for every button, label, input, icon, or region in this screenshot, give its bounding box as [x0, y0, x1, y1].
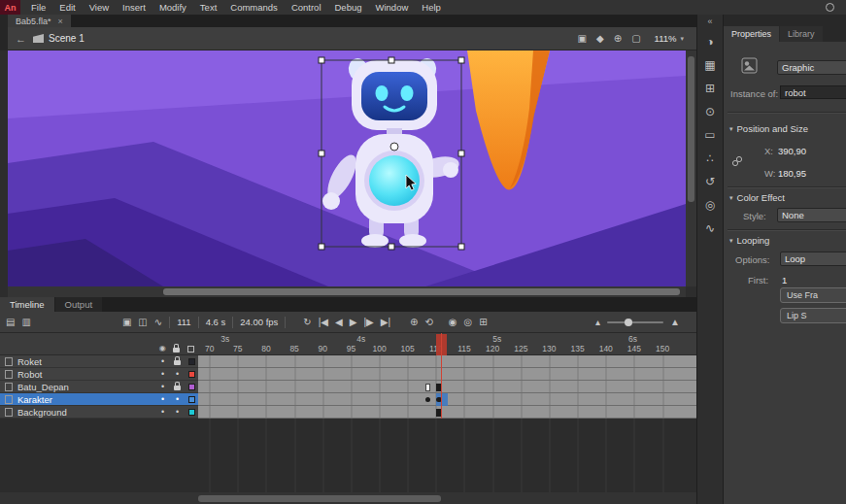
layer-frames-strip[interactable] [198, 381, 696, 393]
layer-row-batu_depan[interactable]: Batu_Depan• [0, 381, 696, 393]
layer-name-cell[interactable]: Robot [0, 368, 155, 381]
menu-item-text[interactable]: Text [193, 0, 223, 15]
layer-lock-toggle[interactable] [170, 355, 185, 368]
menu-item-control[interactable]: Control [285, 0, 328, 15]
menu-item-insert[interactable]: Insert [116, 0, 152, 15]
add-camera-icon[interactable]: ▣ [122, 318, 131, 327]
selection-handle[interactable] [458, 57, 464, 63]
center-frame-icon[interactable]: ⊕ [410, 318, 418, 327]
transform-point[interactable] [390, 143, 398, 151]
menu-item-view[interactable]: View [83, 0, 116, 15]
stage-canvas[interactable] [8, 50, 686, 286]
show-layer-depth-icon[interactable]: ◫ [138, 318, 147, 327]
app-logo[interactable]: An [0, 0, 20, 15]
menu-item-commands[interactable]: Commands [223, 0, 285, 15]
stage-horizontal-scrollbar[interactable] [8, 286, 686, 297]
style-dropdown[interactable]: None ▾ [777, 208, 846, 222]
layer-name-cell[interactable]: Roket [0, 355, 155, 368]
selection-handle[interactable] [389, 57, 394, 63]
elapsed-time-display[interactable]: 4.6 s [206, 317, 226, 327]
w-value[interactable]: 180,95 [778, 168, 806, 179]
use-frame-picker-button[interactable]: Use Fra [780, 287, 846, 303]
align-icon[interactable]: ⊞ [697, 77, 723, 100]
edit-symbols-icon[interactable]: ◆ [596, 33, 604, 44]
motion-editor-icon[interactable]: ∿ [697, 217, 723, 240]
tab-library[interactable]: Library [780, 26, 823, 42]
tab-properties[interactable]: Properties [724, 26, 779, 42]
back-arrow-icon[interactable]: ← [16, 33, 26, 45]
search-icon[interactable] [826, 3, 834, 12]
layer-row-background[interactable]: Background•• [0, 406, 696, 419]
transform-icon[interactable]: ▭ [697, 123, 723, 147]
first-value[interactable]: 1 [782, 275, 787, 286]
layer-outline-toggle[interactable] [185, 393, 198, 406]
swatches-icon[interactable]: ▦ [697, 53, 723, 77]
layer-row-karakter[interactable]: Karakter•• [0, 393, 696, 406]
timeline-options-icon[interactable]: ▤ [6, 318, 15, 327]
document-tab[interactable]: Bab5.fla* × [8, 15, 71, 27]
clip-content-icon[interactable]: ▢ [631, 33, 640, 44]
layer-name-cell[interactable]: Karakter [0, 393, 155, 406]
timeline-zoom-slider[interactable] [607, 321, 663, 323]
frame-rate-display[interactable]: 24.00 fps [240, 317, 278, 327]
timeline-ruler[interactable]: 3s4s5s6s70758085909510010511011512012513… [198, 333, 696, 355]
layer-visibility-toggle[interactable]: • [155, 381, 170, 393]
link-width-height-icon[interactable] [731, 155, 743, 167]
camera-icon[interactable]: ◎ [697, 193, 723, 217]
selection-handle[interactable] [389, 244, 394, 250]
layer-name-cell[interactable]: Batu_Depan [0, 381, 155, 393]
timeline-horizontal-scrollbar[interactable] [0, 492, 696, 504]
section-looping[interactable]: ▾ Looping [729, 235, 769, 246]
menu-item-help[interactable]: Help [415, 0, 448, 15]
tab-timeline[interactable]: Timeline [0, 297, 54, 312]
center-stage-icon[interactable]: ⊕ [614, 33, 622, 44]
loop-options-dropdown[interactable]: Loop ▾ [780, 252, 846, 266]
scrollbar-thumb[interactable] [688, 56, 694, 202]
layer-outline-toggle[interactable] [185, 381, 198, 393]
section-position-size[interactable]: ▾ Position and Size [729, 123, 808, 134]
layer-visibility-toggle[interactable]: • [155, 393, 170, 406]
onion-skin-icon[interactable]: ◉ [449, 318, 457, 327]
layer-row-roket[interactable]: Roket• [0, 355, 696, 368]
lock-column-icon[interactable] [173, 348, 180, 353]
current-frame-display[interactable]: 111 [177, 317, 190, 327]
layer-name-cell[interactable]: Background [0, 406, 155, 419]
go-to-first-frame-icon[interactable]: |◀ [319, 318, 328, 327]
frame-view-options-icon[interactable]: ▥ [21, 318, 30, 327]
play-icon[interactable]: ▶ [350, 318, 357, 327]
selection-handle[interactable] [319, 244, 324, 250]
layer-frames-strip[interactable] [198, 393, 696, 406]
history-icon[interactable]: ↺ [697, 170, 723, 193]
layer-frames-strip[interactable] [198, 406, 696, 419]
layer-visibility-toggle[interactable]: • [155, 355, 170, 368]
layer-visibility-toggle[interactable]: • [155, 368, 170, 381]
slider-knob[interactable] [625, 319, 632, 326]
go-to-last-frame-icon[interactable]: ▶| [381, 318, 390, 327]
menu-item-modify[interactable]: Modify [152, 0, 193, 15]
layer-lock-toggle[interactable]: • [170, 406, 185, 419]
instance-name-field[interactable]: robot [780, 85, 846, 99]
menu-item-debug[interactable]: Debug [328, 0, 369, 15]
menu-item-window[interactable]: Window [369, 0, 416, 15]
layer-frames-strip[interactable] [198, 355, 696, 368]
x-value[interactable]: 390,90 [778, 146, 806, 156]
layer-outline-toggle[interactable] [185, 355, 198, 368]
stage-vertical-scrollbar[interactable] [686, 50, 696, 286]
outline-column-icon[interactable] [187, 346, 194, 353]
close-icon[interactable]: × [58, 17, 63, 26]
expand-panels-icon[interactable]: « [697, 15, 723, 30]
timeline-zoom-out-icon[interactable]: ▴ [595, 318, 600, 327]
selection-handle[interactable] [319, 57, 324, 63]
edit-multiple-frames-icon[interactable]: ⊞ [479, 318, 487, 327]
layer-lock-toggle[interactable]: • [170, 368, 185, 381]
layer-lock-toggle[interactable]: • [170, 393, 185, 406]
scene-breadcrumb[interactable]: Scene 1 [33, 33, 85, 44]
scrollbar-thumb[interactable] [163, 288, 680, 295]
section-color-effect[interactable]: ▾ Color Effect [729, 192, 785, 203]
brush-library-icon[interactable]: ◑ [697, 30, 723, 53]
selection-handle[interactable] [458, 151, 464, 156]
onion-skin-outlines-icon[interactable]: ◎ [464, 318, 473, 327]
layer-outline-toggle[interactable] [185, 406, 198, 419]
loop-playback-icon[interactable]: ↻ [303, 318, 311, 327]
step-back-icon[interactable]: ◀ [335, 318, 343, 327]
